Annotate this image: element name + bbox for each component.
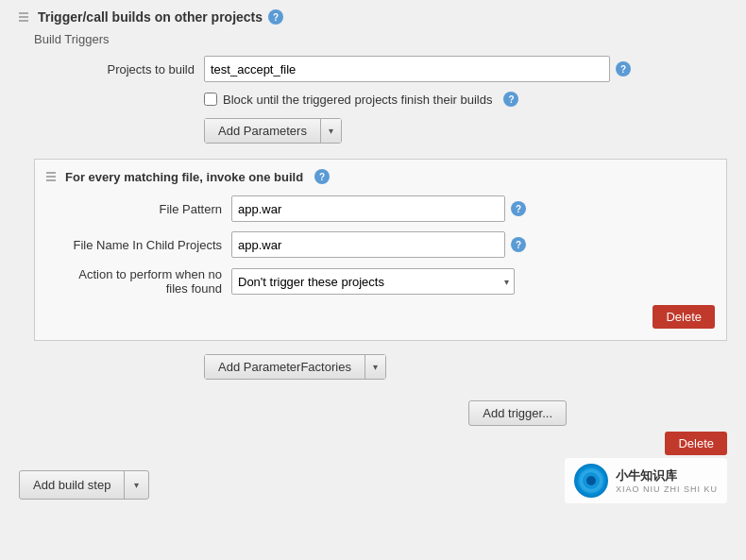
action-no-files-label: Action to perform when no files found	[61, 267, 231, 296]
file-name-child-label: File Name In Child Projects	[61, 238, 231, 252]
inner-section-help-icon[interactable]: ?	[314, 169, 330, 184]
drag-handle[interactable]	[19, 12, 28, 22]
add-param-factories-btn-group[interactable]: Add ParameterFactories ▾	[204, 354, 386, 380]
inner-drag-handle[interactable]	[46, 172, 56, 181]
add-parameters-btn-group[interactable]: Add Parameters ▾	[204, 118, 342, 144]
block-checkbox-label: Block until the triggered projects finis…	[223, 93, 492, 107]
block-checkbox-row: Block until the triggered projects finis…	[204, 92, 727, 107]
projects-help-icon[interactable]: ?	[616, 61, 631, 76]
add-build-step-button[interactable]: Add build step	[20, 471, 125, 499]
action-select-wrapper: Don't trigger these projects Skip the bu…	[231, 268, 515, 295]
file-pattern-help-icon[interactable]: ?	[511, 201, 526, 216]
projects-to-build-input[interactable]	[204, 56, 610, 82]
add-param-factories-arrow[interactable]: ▾	[365, 355, 385, 379]
add-trigger-row: Add trigger...	[19, 400, 567, 426]
svg-point-2	[586, 476, 596, 485]
inner-delete-button[interactable]: Delete	[653, 305, 715, 329]
file-pattern-row: File Pattern ?	[61, 195, 715, 222]
projects-to-build-label: Projects to build	[34, 62, 204, 76]
watermark-text: 小牛知识库	[616, 467, 718, 484]
add-build-step-btn-group[interactable]: Add build step ▾	[19, 470, 149, 500]
block-checkbox[interactable]	[204, 93, 217, 106]
inner-delete-row: Delete	[46, 305, 715, 329]
inner-section: For every matching file, invoke one buil…	[34, 159, 727, 341]
action-no-files-row: Action to perform when no files found Do…	[61, 267, 715, 296]
section-title: Trigger/call builds on other projects	[38, 9, 263, 25]
watermark-logo	[574, 464, 608, 498]
add-parameters-arrow[interactable]: ▾	[321, 119, 341, 143]
inner-section-header: For every matching file, invoke one buil…	[46, 169, 715, 184]
block-help-icon[interactable]: ?	[503, 92, 518, 107]
section-help-icon[interactable]: ?	[268, 9, 283, 25]
add-build-step-arrow[interactable]: ▾	[125, 471, 148, 499]
add-param-factories-button[interactable]: Add ParameterFactories	[205, 355, 365, 379]
inner-section-title: For every matching file, invoke one buil…	[65, 170, 303, 184]
watermark-sub: XIAO NIU ZHI SHI KU	[616, 484, 718, 494]
file-name-child-row: File Name In Child Projects ?	[61, 231, 715, 258]
bottom-delete-row: Delete	[19, 432, 727, 455]
bottom-delete-button[interactable]: Delete	[665, 432, 727, 455]
projects-to-build-row: Projects to build ?	[34, 56, 727, 82]
action-no-files-select[interactable]: Don't trigger these projects Skip the bu…	[231, 268, 515, 295]
file-pattern-label: File Pattern	[61, 202, 231, 216]
file-name-child-input[interactable]	[231, 231, 505, 258]
build-triggers-label: Build Triggers	[34, 32, 727, 46]
add-parameters-button[interactable]: Add Parameters	[205, 119, 321, 143]
file-name-child-help-icon[interactable]: ?	[511, 237, 526, 252]
section-header: Trigger/call builds on other projects ?	[19, 9, 727, 25]
watermark: 小牛知识库 XIAO NIU ZHI SHI KU	[565, 458, 727, 503]
add-trigger-button[interactable]: Add trigger...	[468, 400, 567, 426]
file-pattern-input[interactable]	[231, 195, 505, 222]
